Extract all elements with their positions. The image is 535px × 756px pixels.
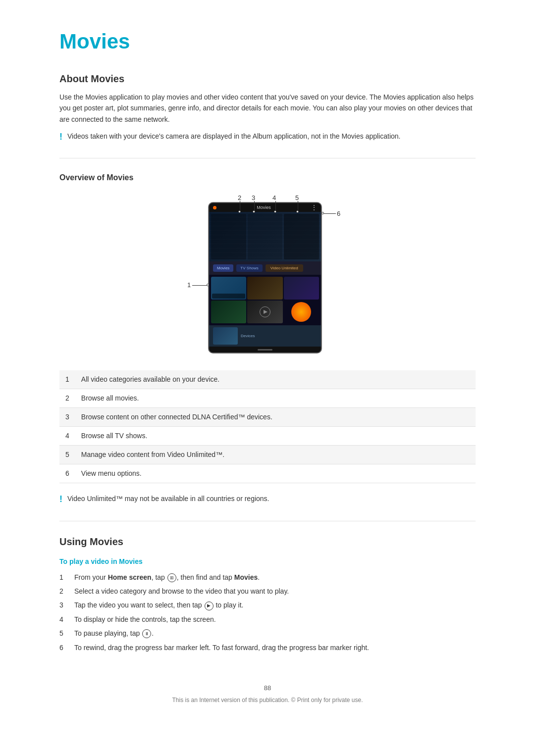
step-number: 4 bbox=[59, 614, 67, 625]
callout-1-line bbox=[192, 285, 208, 286]
using-movies-heading: Using Movies bbox=[59, 536, 476, 548]
overview-note: ! Video Unlimited™ may not be available … bbox=[59, 493, 476, 505]
step-number: 3 bbox=[59, 600, 67, 610]
thumb-4 bbox=[211, 301, 246, 323]
overview-row-desc: Browse content on other connected DLNA C… bbox=[75, 408, 476, 427]
phone-frame: Movies ⋮ Movies TV Shows Video Unlimited bbox=[208, 202, 322, 353]
callout-6-dot bbox=[321, 212, 324, 214]
phone-status-bar: Movies ⋮ bbox=[209, 203, 321, 212]
overview-heading: Overview of Movies bbox=[59, 173, 476, 182]
procedure-list: 1From your Home screen, tap ⊞, then find… bbox=[59, 570, 476, 655]
thumbnail-grid bbox=[209, 275, 321, 325]
about-movies-body: Use the Movies application to play movie… bbox=[59, 92, 476, 125]
callout-6: 6 bbox=[337, 210, 340, 217]
cat-tv: TV Shows bbox=[236, 264, 262, 272]
overview-table-row: 6View menu options. bbox=[59, 464, 476, 483]
overview-table-row: 3Browse content on other connected DLNA … bbox=[59, 408, 476, 427]
page-title: Movies bbox=[59, 30, 476, 53]
procedure-title: To play a video in Movies bbox=[59, 557, 476, 565]
overview-table-row: 1All video categories available on your … bbox=[59, 370, 476, 389]
procedure-step: 3Tap the video you want to select, then … bbox=[59, 598, 476, 612]
step-number: 1 bbox=[59, 572, 67, 583]
overview-image: Movies ⋮ Movies TV Shows Video Unlimited bbox=[59, 192, 476, 360]
step-number: 2 bbox=[59, 586, 67, 597]
devices-label: Devices bbox=[241, 334, 255, 338]
callout-3: 3 bbox=[252, 194, 255, 202]
step-number: 6 bbox=[59, 642, 67, 653]
procedure-step: 1From your Home screen, tap ⊞, then find… bbox=[59, 570, 476, 584]
overview-table-row: 5Manage video content from Video Unlimit… bbox=[59, 446, 476, 464]
step-text: To display or hide the controls, tap the… bbox=[74, 614, 476, 625]
overview-note-icon: ! bbox=[59, 493, 62, 505]
step-text: From your Home screen, tap ⊞, then find … bbox=[74, 572, 476, 583]
thumb-5 bbox=[247, 301, 282, 323]
step-number: 5 bbox=[59, 628, 67, 639]
devices-section: Devices bbox=[209, 325, 321, 347]
status-dot bbox=[213, 206, 216, 209]
page-footer: 88 This is an Internet version of this p… bbox=[59, 684, 476, 704]
overview-row-desc: Manage video content from Video Unlimite… bbox=[75, 446, 476, 464]
copyright-text: This is an Internet version of this publ… bbox=[59, 697, 476, 704]
movie-thumbnails-top bbox=[209, 212, 321, 261]
status-text: Movies bbox=[257, 205, 271, 210]
overview-note-text: Video Unlimited™ may not be available in… bbox=[67, 493, 269, 504]
overview-row-desc: Browse all TV shows. bbox=[75, 427, 476, 446]
note-icon: ! bbox=[59, 131, 62, 143]
overview-row-num: 1 bbox=[59, 370, 75, 389]
pause-icon: ⏸ bbox=[142, 629, 151, 638]
divider-2 bbox=[59, 521, 476, 521]
annotation-container: Movies ⋮ Movies TV Shows Video Unlimited bbox=[178, 192, 357, 360]
procedure-step: 4To display or hide the controls, tap th… bbox=[59, 612, 476, 626]
menu-dots: ⋮ bbox=[311, 204, 317, 211]
step-text: To rewind, drag the progress bar marker … bbox=[74, 642, 476, 653]
thumb-1 bbox=[211, 277, 246, 300]
callout-2: 2 bbox=[238, 194, 241, 202]
step-text: Tap the video you want to select, then t… bbox=[74, 600, 476, 610]
overview-row-num: 4 bbox=[59, 427, 75, 446]
overview-row-desc: Browse all movies. bbox=[75, 389, 476, 408]
callout-4: 4 bbox=[272, 194, 276, 202]
overview-row-num: 5 bbox=[59, 446, 75, 464]
overview-row-num: 6 bbox=[59, 464, 75, 483]
note-text: Videos taken with your device's camera a… bbox=[67, 131, 400, 142]
divider-1 bbox=[59, 158, 476, 158]
overview-row-desc: All video categories available on your d… bbox=[75, 370, 476, 389]
devices-thumb bbox=[213, 327, 238, 345]
overview-table-row: 4Browse all TV shows. bbox=[59, 427, 476, 446]
overview-row-num: 2 bbox=[59, 389, 75, 408]
procedure-step: 2Select a video category and browse to t… bbox=[59, 584, 476, 598]
about-movies-note: ! Videos taken with your device's camera… bbox=[59, 131, 476, 143]
step-text: To pause playing, tap ⏸. bbox=[74, 628, 476, 639]
callout-5: 5 bbox=[295, 194, 299, 202]
step-text: Select a video category and browse to th… bbox=[74, 586, 476, 597]
page-number: 88 bbox=[59, 684, 476, 692]
thumb-2 bbox=[247, 277, 282, 300]
overview-row-num: 3 bbox=[59, 408, 75, 427]
thumb-6 bbox=[291, 302, 311, 322]
callout-6-line bbox=[323, 213, 336, 214]
category-row: Movies TV Shows Video Unlimited bbox=[209, 261, 321, 275]
thumb-3 bbox=[284, 277, 319, 300]
scroll-indicator bbox=[209, 347, 321, 353]
overview-table: 1All video categories available on your … bbox=[59, 370, 476, 483]
cat-movies: Movies bbox=[213, 264, 233, 272]
procedure-step: 6To rewind, drag the progress bar marker… bbox=[59, 641, 476, 655]
cat-unlimited: Video Unlimited bbox=[266, 264, 303, 272]
overview-row-desc: View menu options. bbox=[75, 464, 476, 483]
play-icon: ▶ bbox=[205, 602, 214, 610]
procedure-step: 5To pause playing, tap ⏸. bbox=[59, 626, 476, 640]
overview-table-row: 2Browse all movies. bbox=[59, 389, 476, 408]
callout-1: 1 bbox=[187, 281, 191, 289]
grid-icon: ⊞ bbox=[167, 573, 176, 582]
about-movies-heading: About Movies bbox=[59, 73, 476, 85]
